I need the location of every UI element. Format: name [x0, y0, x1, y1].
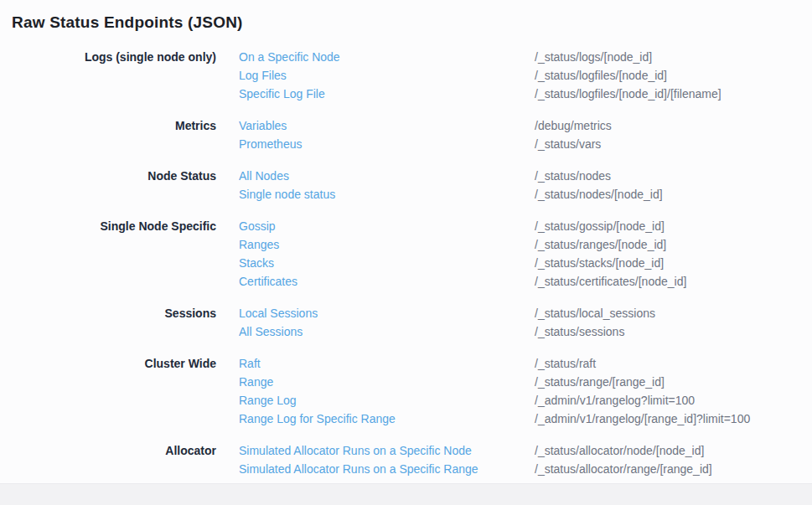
endpoint-row: Raft /_status/raft — [239, 354, 812, 373]
endpoint-link[interactable]: Range — [239, 373, 535, 391]
endpoint-link[interactable]: Single node status — [239, 185, 535, 204]
endpoint-link[interactable]: All Sessions — [239, 322, 535, 341]
endpoint-group: Metrics Variables /debug/metrics Prometh… — [12, 116, 812, 153]
group-rows: Variables /debug/metrics Prometheus /_st… — [239, 116, 812, 153]
category-label: Single Node Specific — [12, 217, 239, 235]
endpoint-row: Variables /debug/metrics — [239, 116, 812, 135]
endpoint-group: Allocator Simulated Allocator Runs on a … — [12, 441, 812, 478]
endpoint-group: Logs (single node only) On a Specific No… — [12, 48, 812, 103]
endpoint-row: Ranges /_status/ranges/[node_id] — [239, 235, 812, 254]
endpoint-row: Range Log /_admin/v1/rangelog?limit=100 — [239, 391, 812, 410]
endpoint-row: Local Sessions /_status/local_sessions — [239, 304, 812, 322]
endpoint-row: Simulated Allocator Runs on a Specific R… — [239, 460, 812, 478]
endpoint-link[interactable]: Simulated Allocator Runs on a Specific R… — [239, 460, 535, 478]
endpoint-path: /_status/range/[range_id] — [535, 373, 665, 391]
endpoint-path: /_status/stacks/[node_id] — [535, 254, 664, 272]
endpoint-path: /_status/local_sessions — [535, 304, 655, 322]
endpoint-link[interactable]: Local Sessions — [239, 304, 535, 322]
endpoint-link[interactable]: Specific Log File — [239, 85, 535, 103]
group-rows: Local Sessions /_status/local_sessions A… — [239, 304, 812, 341]
group-rows: Gossip /_status/gossip/[node_id] Ranges … — [239, 217, 812, 291]
endpoint-group: Node Status All Nodes /_status/nodes Sin… — [12, 167, 812, 204]
endpoint-path: /_admin/v1/rangelog/[range_id]?limit=100 — [535, 410, 750, 428]
endpoint-link[interactable]: Prometheus — [239, 135, 535, 153]
endpoint-path: /debug/metrics — [535, 116, 612, 135]
endpoint-row: All Nodes /_status/nodes — [239, 167, 812, 185]
endpoint-row: Single node status /_status/nodes/[node_… — [239, 185, 812, 204]
group-rows: Raft /_status/raft Range /_status/range/… — [239, 354, 812, 428]
endpoint-row: Range Log for Specific Range /_admin/v1/… — [239, 410, 812, 428]
endpoint-link[interactable]: Ranges — [239, 235, 535, 254]
endpoint-link[interactable]: Stacks — [239, 254, 535, 272]
category-label: Metrics — [12, 116, 239, 135]
page-bottom-strip — [0, 483, 812, 505]
endpoint-path: /_status/nodes/[node_id] — [535, 185, 663, 204]
endpoint-link[interactable]: On a Specific Node — [239, 48, 535, 66]
endpoint-path: /_status/logfiles/[node_id]/[filename] — [535, 85, 721, 103]
endpoint-link[interactable]: Certificates — [239, 272, 535, 291]
category-label: Node Status — [12, 167, 239, 185]
category-label: Sessions — [12, 304, 239, 322]
group-rows: Simulated Allocator Runs on a Specific N… — [239, 441, 812, 478]
endpoint-row: Stacks /_status/stacks/[node_id] — [239, 254, 812, 272]
endpoint-path: /_status/ranges/[node_id] — [535, 235, 666, 254]
endpoint-link[interactable]: Range Log — [239, 391, 535, 410]
category-label: Allocator — [12, 441, 239, 460]
endpoint-group: Cluster Wide Raft /_status/raft Range /_… — [12, 354, 812, 428]
endpoint-row: Simulated Allocator Runs on a Specific N… — [239, 441, 812, 460]
endpoint-row: Specific Log File /_status/logfiles/[nod… — [239, 85, 812, 103]
endpoint-path: /_status/logs/[node_id] — [535, 48, 652, 66]
group-rows: All Nodes /_status/nodes Single node sta… — [239, 167, 812, 204]
endpoint-path: /_status/vars — [535, 135, 601, 153]
endpoint-path: /_status/sessions — [535, 322, 624, 341]
page-title: Raw Status Endpoints (JSON) — [12, 13, 812, 32]
endpoint-path: /_status/gossip/[node_id] — [535, 217, 665, 235]
category-label: Cluster Wide — [12, 354, 239, 373]
endpoint-path: /_status/allocator/node/[node_id] — [535, 441, 704, 460]
endpoint-groups: Logs (single node only) On a Specific No… — [12, 48, 812, 478]
endpoint-group: Single Node Specific Gossip /_status/gos… — [12, 217, 812, 291]
page-content: Raw Status Endpoints (JSON) Logs (single… — [0, 0, 812, 478]
endpoint-group: Sessions Local Sessions /_status/local_s… — [12, 304, 812, 341]
endpoint-path: /_status/logfiles/[node_id] — [535, 66, 667, 85]
group-rows: On a Specific Node /_status/logs/[node_i… — [239, 48, 812, 103]
endpoint-row: Prometheus /_status/vars — [239, 135, 812, 153]
endpoint-link[interactable]: Gossip — [239, 217, 535, 235]
endpoint-link[interactable]: Variables — [239, 116, 535, 135]
endpoint-link[interactable]: Simulated Allocator Runs on a Specific N… — [239, 441, 535, 460]
endpoint-row: Gossip /_status/gossip/[node_id] — [239, 217, 812, 235]
endpoint-path: /_status/certificates/[node_id] — [535, 272, 686, 291]
endpoint-row: Log Files /_status/logfiles/[node_id] — [239, 66, 812, 85]
endpoint-link[interactable]: Raft — [239, 354, 535, 373]
endpoint-row: On a Specific Node /_status/logs/[node_i… — [239, 48, 812, 66]
endpoint-path: /_status/allocator/range/[range_id] — [535, 460, 712, 478]
debug-endpoints-page: Raw Status Endpoints (JSON) Logs (single… — [0, 0, 812, 505]
endpoint-path: /_status/nodes — [535, 167, 611, 185]
endpoint-link[interactable]: Range Log for Specific Range — [239, 410, 535, 428]
endpoint-row: Certificates /_status/certificates/[node… — [239, 272, 812, 291]
endpoint-row: Range /_status/range/[range_id] — [239, 373, 812, 391]
endpoint-path: /_admin/v1/rangelog?limit=100 — [535, 391, 695, 410]
endpoint-row: All Sessions /_status/sessions — [239, 322, 812, 341]
endpoint-path: /_status/raft — [535, 354, 596, 373]
endpoint-link[interactable]: All Nodes — [239, 167, 535, 185]
category-label: Logs (single node only) — [12, 48, 239, 66]
endpoint-link[interactable]: Log Files — [239, 66, 535, 85]
